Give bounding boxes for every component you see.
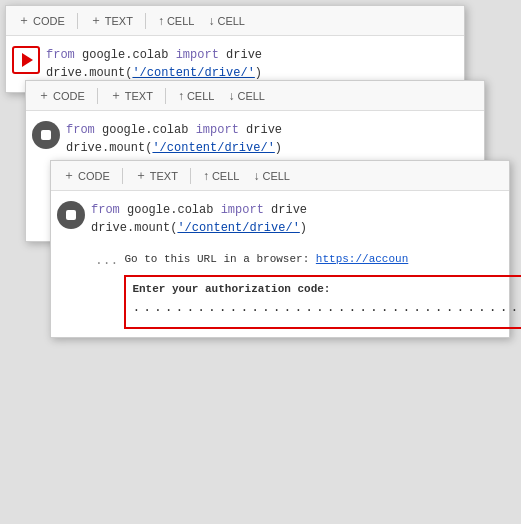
stop-button-3[interactable] bbox=[57, 201, 85, 229]
cell-up-label-3: CELL bbox=[212, 170, 240, 182]
plus-icon-text: ＋ bbox=[90, 12, 102, 29]
move-cell-down-button-3[interactable]: ↓ CELL bbox=[249, 167, 294, 185]
goto-label-3: Go to this URL in a browser: bbox=[124, 253, 309, 265]
cell-down-label-2: CELL bbox=[237, 90, 265, 102]
output-line-auth-3: Enter your authorization code: ·········… bbox=[95, 273, 501, 331]
code-content-2: from google.colab import drive drive.mou… bbox=[66, 117, 484, 161]
cell-up-label-2: CELL bbox=[187, 90, 215, 102]
run-button-1[interactable] bbox=[12, 46, 40, 74]
code-line-3a: from google.colab import drive bbox=[91, 201, 505, 219]
code-plain-2a: google.colab bbox=[102, 123, 196, 137]
ellipsis-icon-3: ... bbox=[95, 251, 118, 271]
move-cell-down-button-2[interactable]: ↓ CELL bbox=[224, 87, 269, 105]
toolbar-2: ＋ CODE ＋ TEXT ↑ CELL ↓ CELL bbox=[26, 81, 484, 111]
keyword-from: from bbox=[46, 48, 75, 62]
code-label: CODE bbox=[33, 15, 65, 27]
code-str-2: '/content/drive/' bbox=[152, 141, 274, 155]
code-line-1: from google.colab import drive bbox=[46, 46, 460, 64]
divider-2 bbox=[145, 13, 146, 29]
move-cell-up-button[interactable]: ↑ CELL bbox=[154, 12, 199, 30]
arrow-down-icon: ↓ bbox=[208, 14, 214, 28]
code-line-3b: drive.mount('/content/drive/') bbox=[91, 219, 505, 237]
stop-icon bbox=[41, 130, 51, 140]
code-plain-2c: drive.mount( bbox=[66, 141, 152, 155]
add-text-button-3[interactable]: ＋ TEXT bbox=[131, 165, 182, 186]
add-code-button-3[interactable]: ＋ CODE bbox=[59, 165, 114, 186]
text-label-2: TEXT bbox=[125, 90, 153, 102]
toolbar-1: ＋ CODE ＋ TEXT ↑ CELL ↓ CELL bbox=[6, 6, 464, 36]
keyword-from-3: from bbox=[91, 203, 120, 217]
code-plain-3c: drive.mount( bbox=[91, 221, 177, 235]
add-code-button-2[interactable]: ＋ CODE bbox=[34, 85, 89, 106]
move-cell-up-button-2[interactable]: ↑ CELL bbox=[174, 87, 219, 105]
toolbar-3: ＋ CODE ＋ TEXT ↑ CELL ↓ CELL bbox=[51, 161, 509, 191]
stop-icon-3 bbox=[66, 210, 76, 220]
keyword-import-3: import bbox=[221, 203, 264, 217]
arrow-up-icon-2: ↑ bbox=[178, 89, 184, 103]
arrow-up-icon-3: ↑ bbox=[203, 169, 209, 183]
arrow-down-icon-3: ↓ bbox=[253, 169, 259, 183]
keyword-from-2: from bbox=[66, 123, 95, 137]
arrow-down-icon-2: ↓ bbox=[228, 89, 234, 103]
add-text-button[interactable]: ＋ TEXT bbox=[86, 10, 137, 31]
code-plain-3d: ) bbox=[300, 221, 307, 235]
code-plain-2b: drive bbox=[246, 123, 282, 137]
plus-icon: ＋ bbox=[18, 12, 30, 29]
auth-block: Enter your authorization code: ·········… bbox=[124, 275, 521, 329]
divider-1 bbox=[77, 13, 78, 29]
code-plain-4: ) bbox=[255, 66, 262, 80]
code-plain-1: google.colab bbox=[82, 48, 176, 62]
auth-dots: ········································… bbox=[132, 299, 521, 323]
divider-6 bbox=[190, 168, 191, 184]
code-label-2: CODE bbox=[53, 90, 85, 102]
divider-4 bbox=[165, 88, 166, 104]
code-plain-3b: drive bbox=[271, 203, 307, 217]
output-area-3: ... Go to this URL in a browser: https:/… bbox=[51, 247, 509, 337]
code-content-3: from google.colab import drive drive.mou… bbox=[91, 197, 509, 241]
add-code-button[interactable]: ＋ CODE bbox=[14, 10, 69, 31]
move-cell-up-button-3[interactable]: ↑ CELL bbox=[199, 167, 244, 185]
notebook-panel-3: ＋ CODE ＋ TEXT ↑ CELL ↓ CELL from google.… bbox=[50, 160, 510, 338]
arrow-up-icon: ↑ bbox=[158, 14, 164, 28]
code-cell-2: from google.colab import drive drive.mou… bbox=[26, 111, 484, 167]
cell-down-label: CELL bbox=[217, 15, 245, 27]
output-line-url-3: ... Go to this URL in a browser: https:/… bbox=[95, 251, 501, 271]
play-icon bbox=[22, 53, 33, 67]
code-plain-2d: ) bbox=[275, 141, 282, 155]
output-text-auth-3: Enter your authorization code: ·········… bbox=[124, 273, 521, 331]
divider-5 bbox=[122, 168, 123, 184]
code-str-1: '/content/drive/' bbox=[132, 66, 254, 80]
keyword-import: import bbox=[176, 48, 219, 62]
code-cell-3: from google.colab import drive drive.mou… bbox=[51, 191, 509, 247]
code-line-2a: from google.colab import drive bbox=[66, 121, 480, 139]
divider-3 bbox=[97, 88, 98, 104]
code-str-3: '/content/drive/' bbox=[177, 221, 299, 235]
plus-icon-text-3: ＋ bbox=[135, 167, 147, 184]
text-label: TEXT bbox=[105, 15, 133, 27]
plus-icon-3: ＋ bbox=[63, 167, 75, 184]
code-line-2b: drive.mount('/content/drive/') bbox=[66, 139, 480, 157]
code-plain-3: drive.mount( bbox=[46, 66, 132, 80]
code-plain-2: drive bbox=[226, 48, 262, 62]
stop-button-2[interactable] bbox=[32, 121, 60, 149]
ellipsis-icon-4 bbox=[95, 273, 118, 293]
add-text-button-2[interactable]: ＋ TEXT bbox=[106, 85, 157, 106]
url-link-3[interactable]: https://accoun bbox=[316, 253, 408, 265]
move-cell-down-button[interactable]: ↓ CELL bbox=[204, 12, 249, 30]
output-text-url-3: Go to this URL in a browser: https://acc… bbox=[124, 251, 501, 268]
keyword-import-2: import bbox=[196, 123, 239, 137]
plus-icon-2: ＋ bbox=[38, 87, 50, 104]
plus-icon-text-2: ＋ bbox=[110, 87, 122, 104]
auth-label-3: Enter your authorization code: bbox=[132, 281, 521, 298]
text-label-3: TEXT bbox=[150, 170, 178, 182]
code-label-3: CODE bbox=[78, 170, 110, 182]
code-plain-3a: google.colab bbox=[127, 203, 221, 217]
cell-down-label-3: CELL bbox=[262, 170, 290, 182]
cell-up-label: CELL bbox=[167, 15, 195, 27]
